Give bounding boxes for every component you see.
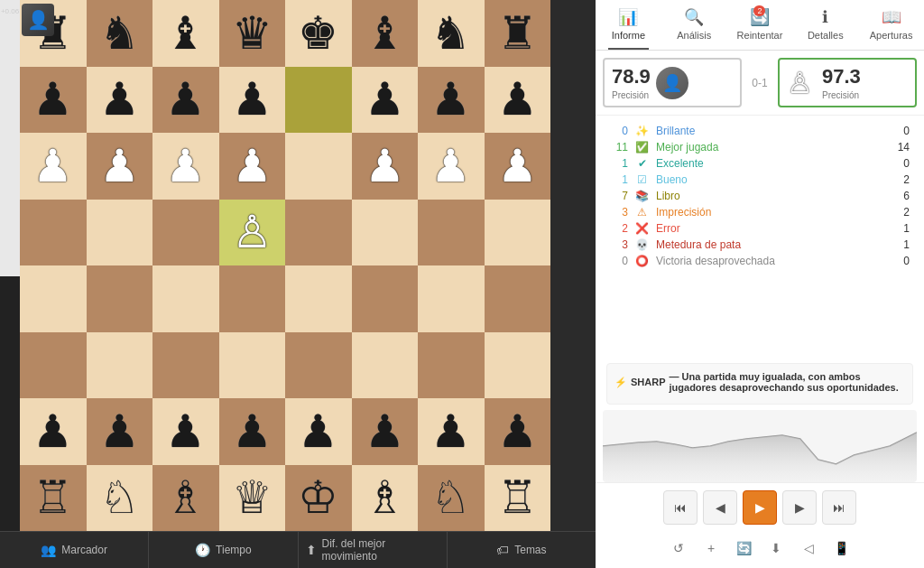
square[interactable]: ♟: [352, 133, 419, 200]
chess-piece[interactable]: ♟: [430, 409, 471, 454]
chess-piece[interactable]: ♟: [430, 77, 471, 122]
square[interactable]: ♟: [219, 67, 286, 134]
chess-piece[interactable]: ♔: [298, 475, 338, 520]
square[interactable]: ♘: [418, 465, 485, 532]
square[interactable]: ♟: [418, 133, 485, 200]
square[interactable]: ♝: [352, 0, 419, 67]
square[interactable]: ♟: [219, 398, 286, 465]
square[interactable]: ♟: [20, 133, 87, 200]
chess-piece[interactable]: ♙: [232, 210, 273, 255]
square[interactable]: [418, 332, 485, 399]
square[interactable]: ♟: [87, 67, 153, 134]
prev-btn[interactable]: ◀: [703, 490, 737, 525]
square[interactable]: [219, 265, 286, 332]
chess-piece[interactable]: ♞: [430, 11, 471, 56]
square[interactable]: [20, 332, 87, 399]
action-download-icon[interactable]: ⬇: [763, 535, 789, 561]
square[interactable]: [219, 332, 286, 399]
tab-analisis[interactable]: 🔍 Análisis: [673, 0, 715, 50]
chess-piece[interactable]: ♗: [365, 475, 405, 520]
square[interactable]: ♞: [87, 0, 153, 67]
square[interactable]: ♟: [352, 67, 419, 134]
play-btn[interactable]: ▶: [743, 490, 777, 525]
square[interactable]: ♟: [87, 133, 153, 200]
chess-piece[interactable]: ♕: [232, 475, 273, 520]
square[interactable]: ♗: [352, 465, 419, 532]
action-share-icon[interactable]: ◁: [796, 535, 821, 561]
square[interactable]: [87, 265, 153, 332]
square[interactable]: ♖: [485, 465, 551, 532]
first-btn[interactable]: ⏮: [663, 490, 698, 525]
chess-piece[interactable]: ♟: [365, 144, 405, 189]
action-add-icon[interactable]: +: [698, 535, 724, 561]
chess-piece[interactable]: ♟: [365, 409, 405, 454]
tab-detalles[interactable]: ℹ Detalles: [804, 0, 847, 50]
square[interactable]: ♞: [418, 0, 485, 67]
square[interactable]: ♔: [285, 465, 352, 532]
action-mobile-icon[interactable]: 📱: [828, 535, 854, 561]
square[interactable]: ♟: [485, 67, 551, 134]
chess-piece[interactable]: ♟: [497, 77, 538, 122]
square[interactable]: ♟: [20, 398, 87, 465]
chess-piece[interactable]: ♘: [430, 475, 471, 520]
chess-piece[interactable]: ♘: [99, 475, 140, 520]
square[interactable]: [87, 332, 153, 399]
square[interactable]: ♟: [152, 133, 219, 200]
square[interactable]: ♟: [285, 398, 352, 465]
last-btn[interactable]: ⏭: [822, 490, 856, 525]
square[interactable]: ♚: [285, 0, 352, 67]
tab-informe[interactable]: 📊 Informe: [608, 0, 649, 50]
square[interactable]: [352, 200, 419, 266]
chess-piece[interactable]: ♟: [32, 144, 73, 189]
chess-piece[interactable]: ♟: [165, 77, 206, 122]
chess-piece[interactable]: ♚: [298, 11, 338, 56]
square[interactable]: [152, 200, 219, 266]
chess-piece[interactable]: ♟: [32, 77, 73, 122]
square[interactable]: ♖: [20, 465, 87, 532]
square[interactable]: ♟: [485, 398, 551, 465]
chess-piece[interactable]: ♟: [497, 144, 538, 189]
chess-piece[interactable]: ♟: [32, 409, 73, 454]
chess-piece[interactable]: ♝: [165, 11, 206, 56]
chess-piece[interactable]: ♟: [99, 409, 140, 454]
square[interactable]: ♟: [87, 398, 153, 465]
square[interactable]: ♝: [152, 0, 219, 67]
square[interactable]: ♟: [418, 398, 485, 465]
chess-piece[interactable]: ♟: [165, 409, 206, 454]
square[interactable]: ♟: [418, 67, 485, 134]
chess-piece[interactable]: ♟: [99, 77, 140, 122]
square[interactable]: [285, 332, 352, 399]
square[interactable]: [152, 332, 219, 399]
square[interactable]: ♗: [152, 465, 219, 532]
square[interactable]: [285, 265, 352, 332]
tab-aperturas[interactable]: 📖 Aperturas: [866, 0, 917, 50]
chess-piece[interactable]: ♟: [232, 409, 273, 454]
square[interactable]: ♕: [219, 465, 286, 532]
square[interactable]: ♘: [87, 465, 153, 532]
chess-piece[interactable]: ♟: [497, 409, 538, 454]
chess-piece[interactable]: ♟: [165, 144, 206, 189]
action-repeat-icon[interactable]: ↺: [666, 535, 691, 561]
square[interactable]: [20, 200, 87, 266]
square[interactable]: ♟: [352, 398, 419, 465]
square[interactable]: ♙: [219, 200, 286, 266]
chess-piece[interactable]: ♖: [32, 475, 73, 520]
chess-piece[interactable]: ♟: [365, 77, 405, 122]
square[interactable]: [352, 265, 419, 332]
chess-piece[interactable]: ♖: [497, 475, 538, 520]
chess-piece[interactable]: ♞: [99, 11, 140, 56]
action-refresh-icon[interactable]: 🔄: [731, 535, 756, 561]
square[interactable]: [485, 200, 551, 266]
square[interactable]: [20, 265, 87, 332]
square[interactable]: [485, 265, 551, 332]
chess-piece[interactable]: ♟: [298, 409, 338, 454]
square[interactable]: ♟: [152, 67, 219, 134]
chess-piece[interactable]: ♛: [232, 11, 273, 56]
square[interactable]: [418, 265, 485, 332]
square[interactable]: ♟: [20, 67, 87, 134]
chess-piece[interactable]: ♟: [232, 144, 273, 189]
chess-piece[interactable]: ♗: [165, 475, 206, 520]
square[interactable]: [485, 332, 551, 399]
square[interactable]: ♜: [485, 0, 551, 67]
chess-piece[interactable]: ♟: [99, 144, 140, 189]
